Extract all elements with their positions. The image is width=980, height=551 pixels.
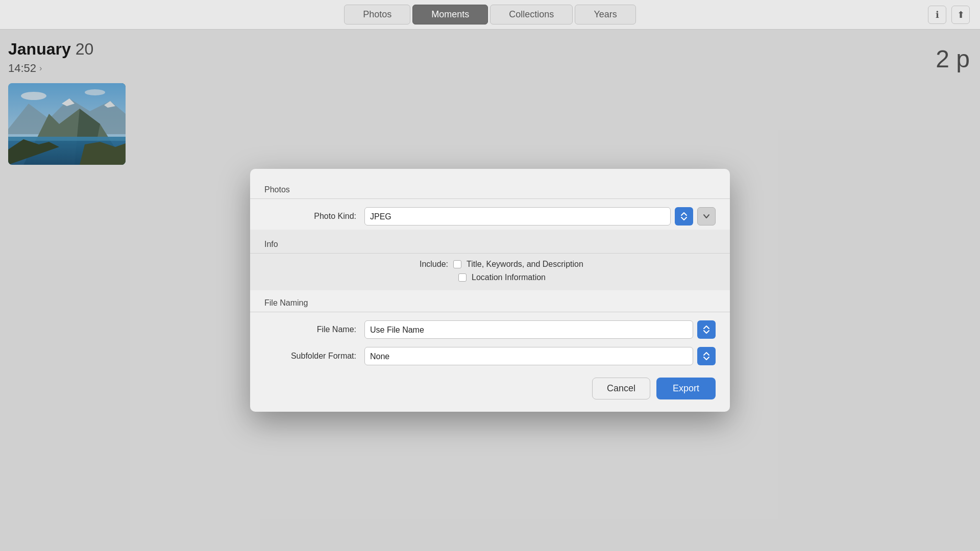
subfolder-format-label: Subfolder Format: (264, 352, 356, 361)
tab-group: Photos Moments Collections Years (343, 5, 637, 24)
dialog-overlay: Photos Photo Kind: JPEG TIFF PNG Origina… (0, 30, 980, 551)
file-naming-divider (250, 312, 730, 312)
photo-kind-row: Photo Kind: JPEG TIFF PNG Original (250, 203, 730, 230)
photo-kind-select-wrapper: JPEG TIFF PNG Original (364, 207, 716, 226)
photos-divider (250, 198, 730, 199)
chevron-down-icon (703, 214, 710, 219)
subfolder-select-container: None Moment Name Year/Month/Day Year/Mon… (364, 347, 693, 365)
file-name-select-wrapper: Use File Name Sequential Date/Time Title (364, 320, 716, 339)
toolbar: Photos Moments Collections Years ℹ ⬆ (0, 0, 980, 30)
main-content: January 20 14:52 › (0, 30, 980, 551)
export-dialog: Photos Photo Kind: JPEG TIFF PNG Origina… (250, 169, 730, 412)
tab-photos[interactable]: Photos (344, 5, 410, 24)
subfolder-select[interactable]: None Moment Name Year/Month/Day Year/Mon… (364, 347, 693, 365)
file-name-label: File Name: (264, 325, 356, 334)
include-label: Include: (364, 260, 448, 269)
stepper-arrows-icon (680, 211, 688, 222)
photo-kind-select-container: JPEG TIFF PNG Original (364, 207, 671, 226)
toolbar-right-buttons: ℹ ⬆ (928, 6, 970, 24)
file-naming-section-header: File Naming (250, 294, 730, 312)
file-name-select-container: Use File Name Sequential Date/Time Title (364, 320, 693, 339)
info-section: Info Include: Title, Keywords, and Descr… (250, 230, 730, 290)
cancel-button[interactable]: Cancel (592, 378, 650, 399)
info-icon: ℹ (936, 9, 939, 20)
subfolder-format-row: Subfolder Format: None Moment Name Year/… (250, 343, 730, 369)
expand-button[interactable] (697, 207, 716, 226)
tab-years[interactable]: Years (575, 5, 635, 24)
tab-moments[interactable]: Moments (412, 5, 488, 24)
file-name-row: File Name: Use File Name Sequential Date… (250, 316, 730, 343)
share-icon: ⬆ (957, 9, 965, 20)
photos-section-header: Photos (250, 181, 730, 198)
subfolder-select-wrapper: None Moment Name Year/Month/Day Year/Mon… (364, 347, 716, 365)
share-button[interactable]: ⬆ (951, 6, 970, 24)
dialog-buttons: Cancel Export (250, 369, 730, 399)
title-keywords-checkbox[interactable] (453, 260, 461, 268)
photo-kind-stepper[interactable] (675, 207, 693, 226)
title-keywords-option-label: Title, Keywords, and Description (467, 260, 583, 269)
photo-kind-label: Photo Kind: (264, 212, 356, 221)
file-name-stepper[interactable] (697, 320, 716, 339)
location-option-label: Location Information (472, 273, 546, 282)
export-button[interactable]: Export (656, 378, 716, 399)
info-button[interactable]: ℹ (928, 6, 946, 24)
photo-kind-select[interactable]: JPEG TIFF PNG Original (364, 207, 671, 226)
tab-collections[interactable]: Collections (490, 5, 573, 24)
info-divider (250, 253, 730, 254)
subfolder-stepper-arrows-icon (702, 350, 710, 362)
subfolder-stepper[interactable] (697, 347, 716, 365)
info-section-header: Info (250, 236, 730, 253)
file-name-stepper-arrows-icon (702, 324, 710, 335)
location-checkbox[interactable] (458, 273, 467, 282)
file-name-select[interactable]: Use File Name Sequential Date/Time Title (364, 320, 693, 339)
